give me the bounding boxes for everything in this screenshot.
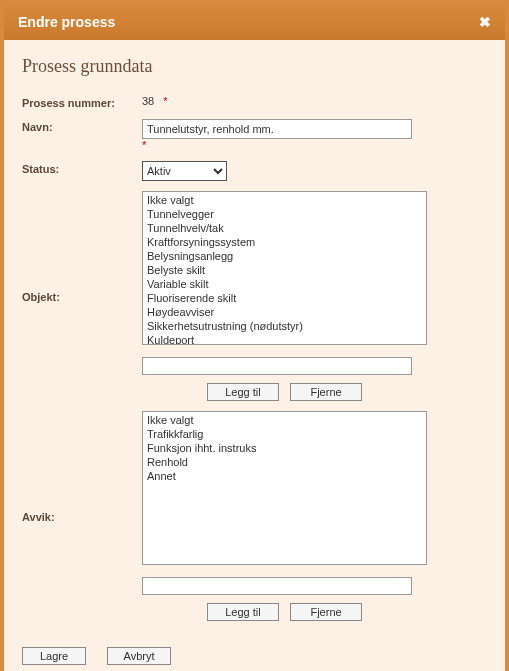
save-button[interactable]: Lagre bbox=[22, 647, 86, 665]
objekt-button-row: Legg til Fjerne bbox=[142, 383, 427, 401]
required-marker: * bbox=[142, 139, 146, 151]
label-status: Status: bbox=[22, 161, 142, 175]
list-item[interactable]: Kraftforsyningssystem bbox=[144, 235, 425, 249]
label-prosess-nummer: Prosess nummer: bbox=[22, 95, 142, 109]
list-item[interactable]: Tunnelvegger bbox=[144, 207, 425, 221]
value-prosess-nummer: 38 bbox=[142, 95, 154, 107]
list-item[interactable]: Funksjon ihht. instruks bbox=[144, 441, 425, 455]
field-prosess-nummer: 38 * bbox=[142, 95, 487, 107]
list-item[interactable]: Belysningsanlegg bbox=[144, 249, 425, 263]
objekt-add-button[interactable]: Legg til bbox=[207, 383, 279, 401]
list-item[interactable]: Ikke valgt bbox=[144, 193, 425, 207]
list-item[interactable]: Belyste skilt bbox=[144, 263, 425, 277]
row-objekt: Objekt: Ikke valgt Tunnelvegger Tunnelhv… bbox=[22, 191, 487, 401]
row-status: Status: Aktiv bbox=[22, 161, 487, 181]
list-item[interactable]: Variable skilt bbox=[144, 277, 425, 291]
footer-buttons: Lagre Avbryt bbox=[22, 647, 487, 665]
row-navn: Navn: * bbox=[22, 119, 487, 151]
titlebar: Endre prosess ✖ bbox=[4, 4, 505, 40]
list-item[interactable]: Renhold bbox=[144, 455, 425, 469]
field-objekt: Ikke valgt Tunnelvegger Tunnelhvelv/tak … bbox=[142, 191, 487, 401]
list-item[interactable]: Sikkerhetsutrustning (nødutstyr) bbox=[144, 319, 425, 333]
field-navn: * bbox=[142, 119, 487, 151]
label-avvik: Avvik: bbox=[22, 509, 142, 523]
navn-input[interactable] bbox=[142, 119, 412, 139]
avvik-remove-button[interactable]: Fjerne bbox=[290, 603, 362, 621]
row-avvik: Avvik: Ikke valgt Trafikkfarlig Funksjon… bbox=[22, 411, 487, 621]
objekt-remove-button[interactable]: Fjerne bbox=[290, 383, 362, 401]
objekt-listbox[interactable]: Ikke valgt Tunnelvegger Tunnelhvelv/tak … bbox=[142, 191, 427, 345]
list-item[interactable]: Kuldeport bbox=[144, 333, 425, 345]
required-marker: * bbox=[163, 95, 167, 107]
window-title: Endre prosess bbox=[18, 14, 115, 30]
close-icon[interactable]: ✖ bbox=[479, 14, 491, 30]
list-item[interactable]: Høydeavviser bbox=[144, 305, 425, 319]
cancel-button[interactable]: Avbryt bbox=[107, 647, 171, 665]
list-item[interactable]: Ikke valgt bbox=[144, 413, 425, 427]
avvik-button-row: Legg til Fjerne bbox=[142, 603, 427, 621]
avvik-listbox[interactable]: Ikke valgt Trafikkfarlig Funksjon ihht. … bbox=[142, 411, 427, 565]
label-navn: Navn: bbox=[22, 119, 142, 133]
list-item[interactable]: Annet bbox=[144, 469, 425, 483]
avvik-add-input[interactable] bbox=[142, 577, 412, 595]
avvik-add-button[interactable]: Legg til bbox=[207, 603, 279, 621]
list-item[interactable]: Trafikkfarlig bbox=[144, 427, 425, 441]
list-item[interactable]: Fluoriserende skilt bbox=[144, 291, 425, 305]
status-select[interactable]: Aktiv bbox=[142, 161, 227, 181]
row-prosess-nummer: Prosess nummer: 38 * bbox=[22, 95, 487, 109]
field-avvik: Ikke valgt Trafikkfarlig Funksjon ihht. … bbox=[142, 411, 487, 621]
dialog-window: Endre prosess ✖ Prosess grunndata Proses… bbox=[0, 0, 509, 671]
field-status: Aktiv bbox=[142, 161, 487, 181]
objekt-add-input[interactable] bbox=[142, 357, 412, 375]
section-heading: Prosess grunndata bbox=[22, 56, 487, 77]
list-item[interactable]: Tunnelhvelv/tak bbox=[144, 221, 425, 235]
label-objekt: Objekt: bbox=[22, 289, 142, 303]
content-area: Prosess grunndata Prosess nummer: 38 * N… bbox=[4, 40, 505, 671]
